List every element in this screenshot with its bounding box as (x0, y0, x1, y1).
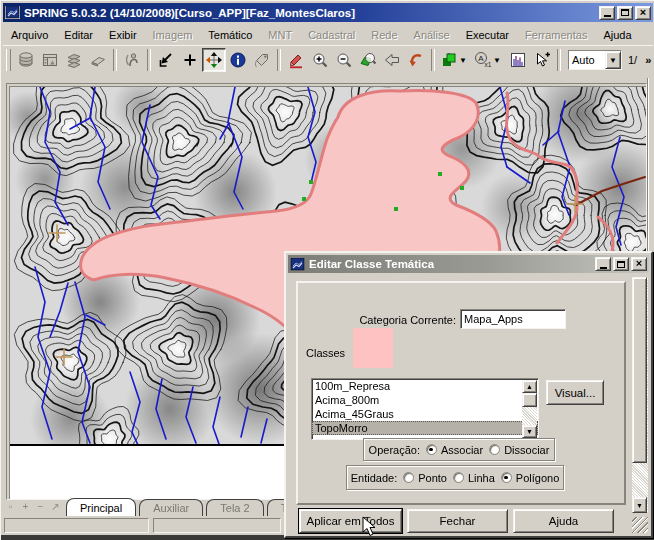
menu-editar[interactable]: Editar (56, 27, 101, 43)
scrollbar-down-arrow[interactable]: ▼ (632, 497, 647, 513)
toolbar-separator (431, 49, 435, 71)
status-panel-2 (153, 518, 281, 533)
tab-tela2[interactable]: Tela 2 (206, 499, 263, 516)
tab-detach-icon[interactable]: ↗ (49, 500, 62, 513)
svg-text:x1: x1 (485, 61, 492, 68)
radio-poligono-label[interactable]: Polígono (516, 472, 559, 484)
list-item[interactable]: 100m_Represa (312, 379, 538, 393)
spring-logo-icon (5, 6, 20, 19)
class-listbox[interactable]: 100m_Represa Acima_800m Acima_45Graus To… (311, 378, 539, 440)
help-button[interactable]: Ajuda (513, 509, 614, 533)
maximize-button[interactable] (617, 6, 633, 20)
classes-label: Classes (306, 347, 345, 359)
radio-dissociar[interactable] (489, 444, 500, 455)
toolbar-grip[interactable] (6, 49, 11, 71)
edit-icon[interactable] (284, 48, 308, 72)
radio-associar-label[interactable]: Associar (441, 444, 483, 456)
spring-logo-icon (290, 258, 305, 271)
tab-auxiliar[interactable]: Auxiliar (139, 499, 203, 516)
list-item[interactable]: Acima_45Graus (312, 407, 538, 421)
zoom-in-icon[interactable] (308, 48, 332, 72)
close-dialog-button[interactable]: Fechar (407, 509, 508, 533)
select-plus-icon[interactable] (530, 48, 554, 72)
class-color-swatch[interactable] (353, 328, 393, 368)
menu-ferramentas: Ferramentas (517, 27, 595, 43)
tab-principal[interactable]: Principal (66, 498, 136, 516)
chevron-down-icon[interactable]: ▼ (605, 51, 621, 69)
list-item-selected[interactable]: TopoMorro (312, 421, 538, 435)
scale-prefix-label: 1/ (628, 54, 637, 66)
import-icon[interactable] (154, 48, 178, 72)
scale-combo[interactable]: Auto ▼ (568, 50, 622, 70)
tab-window-icon[interactable]: ▫ (4, 500, 17, 513)
scrollbar-up-arrow[interactable]: ▲ (522, 380, 537, 393)
layers-icon[interactable] (62, 48, 86, 72)
minimize-button[interactable] (599, 6, 615, 20)
info-icon[interactable] (226, 48, 250, 72)
back-icon[interactable] (380, 48, 404, 72)
scrollbar-thumb[interactable] (522, 393, 537, 407)
close-dialog-button-label: Fechar (440, 515, 476, 527)
radio-associar[interactable] (426, 444, 437, 455)
menu-executar[interactable]: Executar (458, 27, 517, 43)
menu-imagem: Imagem (145, 27, 201, 43)
tab-remove-icon[interactable]: − (34, 500, 47, 513)
text-scale-icon[interactable]: A x1▼ (472, 48, 506, 72)
menu-analise: Análise (406, 27, 458, 43)
entity-groupbox: Entidade: Ponto Linha Polígono (346, 465, 564, 490)
close-button[interactable]: × (635, 6, 651, 20)
resize-grip[interactable] (632, 517, 648, 533)
database-icon[interactable] (14, 48, 38, 72)
chevron-down-icon: ▼ (459, 56, 467, 65)
tag-icon[interactable] (250, 48, 274, 72)
dialog-maximize-button[interactable] (613, 257, 629, 271)
scrollbar-thumb[interactable] (632, 277, 647, 463)
eraser-icon[interactable] (86, 48, 110, 72)
scale-combo-value: Auto (569, 51, 605, 69)
dialog-vertical-scrollbar[interactable]: ▼ (632, 277, 648, 513)
menu-exibir[interactable]: Exibir (101, 27, 145, 43)
menu-tematico[interactable]: Temático (200, 27, 260, 43)
menu-arquivo[interactable]: Arquivo (3, 27, 56, 43)
add-icon[interactable] (178, 48, 202, 72)
tab-add-icon[interactable]: + (19, 500, 32, 513)
layer-visibility-icon[interactable]: ▼ (438, 48, 472, 72)
radio-linha-label[interactable]: Linha (468, 472, 495, 484)
dialog-titlebar[interactable]: Editar Classe Temática × (288, 255, 649, 273)
toolbar-separator (557, 49, 561, 71)
dialog-close-button[interactable]: × (631, 257, 647, 271)
dialog-title: Editar Classe Temática (305, 258, 593, 270)
apply-all-button[interactable]: Aplicar em Todos (299, 509, 402, 533)
radio-linha[interactable] (453, 472, 464, 483)
scrollbar-down-arrow[interactable]: ▼ (522, 425, 537, 438)
dialog-panel: Categoria Corrente: Mapa_Apps Classes 10… (296, 281, 626, 505)
window-titlebar: SPRING 5.0.3.2 (14/10/2008)[Curso_APP][F… (3, 3, 653, 22)
visual-button-label: Visual... (555, 387, 596, 399)
dialog-minimize-button[interactable] (595, 257, 611, 271)
menu-bar: Arquivo Editar Exibir Imagem Temático MN… (3, 24, 653, 46)
listbox-scrollbar[interactable]: ▲ ▼ (522, 380, 537, 438)
radio-ponto[interactable] (403, 472, 414, 483)
pan-icon[interactable] (202, 48, 226, 72)
main-window: SPRING 5.0.3.2 (14/10/2008)[Curso_APP][F… (0, 0, 654, 540)
project-icon[interactable] (38, 48, 62, 72)
svg-text:A: A (478, 54, 484, 63)
toolbar-overflow-chevron[interactable]: » (645, 54, 650, 66)
visual-button[interactable]: Visual... (546, 380, 604, 405)
session-icon[interactable] (120, 48, 144, 72)
status-panel-1 (4, 518, 149, 533)
list-item[interactable]: Acima_800m (312, 393, 538, 407)
category-label: Categoria Corrente: (316, 314, 456, 326)
histogram-icon[interactable] (506, 48, 530, 72)
toolbar-separator (113, 49, 117, 71)
menu-mnt: MNT (260, 27, 300, 43)
undo-icon[interactable] (404, 48, 428, 72)
radio-dissociar-label[interactable]: Dissociar (504, 444, 549, 456)
zoom-region-icon[interactable] (356, 48, 380, 72)
zoom-out-icon[interactable] (332, 48, 356, 72)
operation-label: Operação: (369, 444, 420, 456)
radio-poligono[interactable] (501, 472, 512, 483)
menu-ajuda[interactable]: Ajuda (595, 27, 639, 43)
radio-ponto-label[interactable]: Ponto (418, 472, 447, 484)
category-input[interactable]: Mapa_Apps (460, 309, 566, 329)
